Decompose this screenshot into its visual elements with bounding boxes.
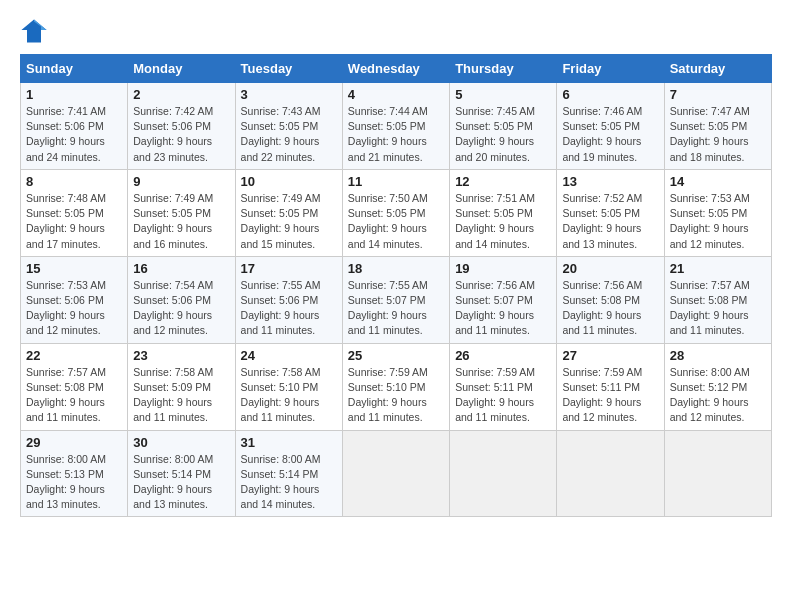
week-row: 22 Sunrise: 7:57 AM Sunset: 5:08 PM Dayl…	[21, 343, 772, 430]
day-number: 23	[133, 348, 229, 363]
weekday-header-saturday: Saturday	[664, 55, 771, 83]
day-number: 15	[26, 261, 122, 276]
weekday-header-sunday: Sunday	[21, 55, 128, 83]
calendar-cell	[342, 430, 449, 517]
day-info: Sunrise: 7:41 AM Sunset: 5:06 PM Dayligh…	[26, 104, 122, 165]
day-info: Sunrise: 7:51 AM Sunset: 5:05 PM Dayligh…	[455, 191, 551, 252]
day-number: 21	[670, 261, 766, 276]
calendar-cell: 20 Sunrise: 7:56 AM Sunset: 5:08 PM Dayl…	[557, 256, 664, 343]
day-number: 17	[241, 261, 337, 276]
calendar-cell: 23 Sunrise: 7:58 AM Sunset: 5:09 PM Dayl…	[128, 343, 235, 430]
weekday-row: SundayMondayTuesdayWednesdayThursdayFrid…	[21, 55, 772, 83]
calendar-body: 1 Sunrise: 7:41 AM Sunset: 5:06 PM Dayli…	[21, 83, 772, 517]
day-info: Sunrise: 7:50 AM Sunset: 5:05 PM Dayligh…	[348, 191, 444, 252]
calendar-cell: 22 Sunrise: 7:57 AM Sunset: 5:08 PM Dayl…	[21, 343, 128, 430]
calendar-table: SundayMondayTuesdayWednesdayThursdayFrid…	[20, 54, 772, 517]
header	[20, 16, 772, 44]
calendar-cell: 2 Sunrise: 7:42 AM Sunset: 5:06 PM Dayli…	[128, 83, 235, 170]
week-row: 15 Sunrise: 7:53 AM Sunset: 5:06 PM Dayl…	[21, 256, 772, 343]
week-row: 29 Sunrise: 8:00 AM Sunset: 5:13 PM Dayl…	[21, 430, 772, 517]
day-number: 19	[455, 261, 551, 276]
calendar-cell	[450, 430, 557, 517]
calendar-cell	[557, 430, 664, 517]
day-number: 24	[241, 348, 337, 363]
calendar-cell	[664, 430, 771, 517]
day-info: Sunrise: 7:47 AM Sunset: 5:05 PM Dayligh…	[670, 104, 766, 165]
day-info: Sunrise: 7:49 AM Sunset: 5:05 PM Dayligh…	[241, 191, 337, 252]
calendar-cell: 13 Sunrise: 7:52 AM Sunset: 5:05 PM Dayl…	[557, 169, 664, 256]
day-info: Sunrise: 7:56 AM Sunset: 5:08 PM Dayligh…	[562, 278, 658, 339]
calendar-cell: 25 Sunrise: 7:59 AM Sunset: 5:10 PM Dayl…	[342, 343, 449, 430]
day-info: Sunrise: 7:43 AM Sunset: 5:05 PM Dayligh…	[241, 104, 337, 165]
day-number: 7	[670, 87, 766, 102]
day-number: 12	[455, 174, 551, 189]
day-info: Sunrise: 7:58 AM Sunset: 5:09 PM Dayligh…	[133, 365, 229, 426]
day-info: Sunrise: 8:00 AM Sunset: 5:13 PM Dayligh…	[26, 452, 122, 513]
weekday-header-monday: Monday	[128, 55, 235, 83]
calendar-cell: 7 Sunrise: 7:47 AM Sunset: 5:05 PM Dayli…	[664, 83, 771, 170]
day-info: Sunrise: 7:46 AM Sunset: 5:05 PM Dayligh…	[562, 104, 658, 165]
calendar-cell: 24 Sunrise: 7:58 AM Sunset: 5:10 PM Dayl…	[235, 343, 342, 430]
day-info: Sunrise: 7:58 AM Sunset: 5:10 PM Dayligh…	[241, 365, 337, 426]
day-info: Sunrise: 7:59 AM Sunset: 5:10 PM Dayligh…	[348, 365, 444, 426]
calendar-cell: 15 Sunrise: 7:53 AM Sunset: 5:06 PM Dayl…	[21, 256, 128, 343]
calendar-cell: 12 Sunrise: 7:51 AM Sunset: 5:05 PM Dayl…	[450, 169, 557, 256]
day-number: 1	[26, 87, 122, 102]
day-number: 22	[26, 348, 122, 363]
day-number: 26	[455, 348, 551, 363]
calendar-cell: 5 Sunrise: 7:45 AM Sunset: 5:05 PM Dayli…	[450, 83, 557, 170]
calendar-cell: 8 Sunrise: 7:48 AM Sunset: 5:05 PM Dayli…	[21, 169, 128, 256]
day-number: 13	[562, 174, 658, 189]
weekday-header-friday: Friday	[557, 55, 664, 83]
day-info: Sunrise: 7:55 AM Sunset: 5:07 PM Dayligh…	[348, 278, 444, 339]
calendar-cell: 19 Sunrise: 7:56 AM Sunset: 5:07 PM Dayl…	[450, 256, 557, 343]
day-info: Sunrise: 7:54 AM Sunset: 5:06 PM Dayligh…	[133, 278, 229, 339]
weekday-header-thursday: Thursday	[450, 55, 557, 83]
day-number: 11	[348, 174, 444, 189]
weekday-header-wednesday: Wednesday	[342, 55, 449, 83]
day-info: Sunrise: 8:00 AM Sunset: 5:14 PM Dayligh…	[241, 452, 337, 513]
day-info: Sunrise: 8:00 AM Sunset: 5:12 PM Dayligh…	[670, 365, 766, 426]
calendar-cell: 26 Sunrise: 7:59 AM Sunset: 5:11 PM Dayl…	[450, 343, 557, 430]
day-number: 25	[348, 348, 444, 363]
calendar-cell: 1 Sunrise: 7:41 AM Sunset: 5:06 PM Dayli…	[21, 83, 128, 170]
day-info: Sunrise: 7:56 AM Sunset: 5:07 PM Dayligh…	[455, 278, 551, 339]
calendar-cell: 29 Sunrise: 8:00 AM Sunset: 5:13 PM Dayl…	[21, 430, 128, 517]
calendar-cell: 9 Sunrise: 7:49 AM Sunset: 5:05 PM Dayli…	[128, 169, 235, 256]
weekday-header-tuesday: Tuesday	[235, 55, 342, 83]
day-info: Sunrise: 7:55 AM Sunset: 5:06 PM Dayligh…	[241, 278, 337, 339]
logo-icon	[20, 16, 48, 44]
calendar-cell: 18 Sunrise: 7:55 AM Sunset: 5:07 PM Dayl…	[342, 256, 449, 343]
calendar-cell: 6 Sunrise: 7:46 AM Sunset: 5:05 PM Dayli…	[557, 83, 664, 170]
day-number: 8	[26, 174, 122, 189]
week-row: 8 Sunrise: 7:48 AM Sunset: 5:05 PM Dayli…	[21, 169, 772, 256]
calendar-cell: 31 Sunrise: 8:00 AM Sunset: 5:14 PM Dayl…	[235, 430, 342, 517]
day-number: 6	[562, 87, 658, 102]
calendar-cell: 21 Sunrise: 7:57 AM Sunset: 5:08 PM Dayl…	[664, 256, 771, 343]
day-info: Sunrise: 7:42 AM Sunset: 5:06 PM Dayligh…	[133, 104, 229, 165]
day-number: 31	[241, 435, 337, 450]
calendar-cell: 4 Sunrise: 7:44 AM Sunset: 5:05 PM Dayli…	[342, 83, 449, 170]
day-info: Sunrise: 7:48 AM Sunset: 5:05 PM Dayligh…	[26, 191, 122, 252]
page: SundayMondayTuesdayWednesdayThursdayFrid…	[0, 0, 792, 527]
day-info: Sunrise: 8:00 AM Sunset: 5:14 PM Dayligh…	[133, 452, 229, 513]
day-number: 20	[562, 261, 658, 276]
calendar-cell: 16 Sunrise: 7:54 AM Sunset: 5:06 PM Dayl…	[128, 256, 235, 343]
day-info: Sunrise: 7:57 AM Sunset: 5:08 PM Dayligh…	[670, 278, 766, 339]
day-number: 18	[348, 261, 444, 276]
calendar-cell: 17 Sunrise: 7:55 AM Sunset: 5:06 PM Dayl…	[235, 256, 342, 343]
logo	[20, 16, 50, 44]
day-number: 5	[455, 87, 551, 102]
calendar-cell: 3 Sunrise: 7:43 AM Sunset: 5:05 PM Dayli…	[235, 83, 342, 170]
calendar-header: SundayMondayTuesdayWednesdayThursdayFrid…	[21, 55, 772, 83]
day-number: 2	[133, 87, 229, 102]
day-info: Sunrise: 7:53 AM Sunset: 5:05 PM Dayligh…	[670, 191, 766, 252]
day-info: Sunrise: 7:53 AM Sunset: 5:06 PM Dayligh…	[26, 278, 122, 339]
calendar-cell: 14 Sunrise: 7:53 AM Sunset: 5:05 PM Dayl…	[664, 169, 771, 256]
day-info: Sunrise: 7:44 AM Sunset: 5:05 PM Dayligh…	[348, 104, 444, 165]
day-info: Sunrise: 7:52 AM Sunset: 5:05 PM Dayligh…	[562, 191, 658, 252]
day-number: 28	[670, 348, 766, 363]
calendar-cell: 30 Sunrise: 8:00 AM Sunset: 5:14 PM Dayl…	[128, 430, 235, 517]
calendar-cell: 27 Sunrise: 7:59 AM Sunset: 5:11 PM Dayl…	[557, 343, 664, 430]
day-number: 3	[241, 87, 337, 102]
